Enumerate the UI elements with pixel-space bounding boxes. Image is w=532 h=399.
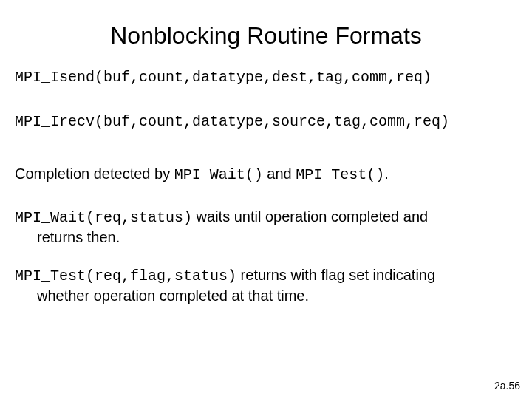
code-wait-sig: MPI_Wait(req,status)	[15, 209, 192, 226]
code-test-fn: MPI_Test()	[296, 166, 384, 183]
code-irecv: MPI_Irecv(buf,count,datatype,source,tag,…	[15, 112, 517, 132]
wait-line2: returns then.	[37, 228, 517, 248]
test-line2: whether operation completed at that time…	[37, 286, 517, 306]
test-description: MPI_Test(req,flag,status) returns with f…	[15, 265, 517, 306]
slide: Nonblocking Routine Formats MPI_Isend(bu…	[0, 0, 532, 399]
slide-title: Nonblocking Routine Formats	[15, 22, 517, 50]
code-wait-fn: MPI_Wait()	[174, 166, 263, 183]
wait-line1: waits until operation completed and	[192, 208, 428, 225]
slide-number: 2a.56	[494, 380, 520, 392]
completion-text: Completion detected by MPI_Wait() and MP…	[15, 164, 517, 185]
code-test-sig: MPI_Test(req,flag,status)	[15, 267, 236, 284]
text-mid: and	[263, 166, 296, 182]
text-prefix: Completion detected by	[15, 166, 174, 182]
code-isend: MPI_Isend(buf,count,datatype,dest,tag,co…	[15, 68, 517, 87]
text-suffix: .	[384, 166, 389, 182]
wait-description: MPI_Wait(req,status) waits until operati…	[15, 207, 517, 248]
test-line1: returns with flag set indicating	[236, 267, 435, 283]
